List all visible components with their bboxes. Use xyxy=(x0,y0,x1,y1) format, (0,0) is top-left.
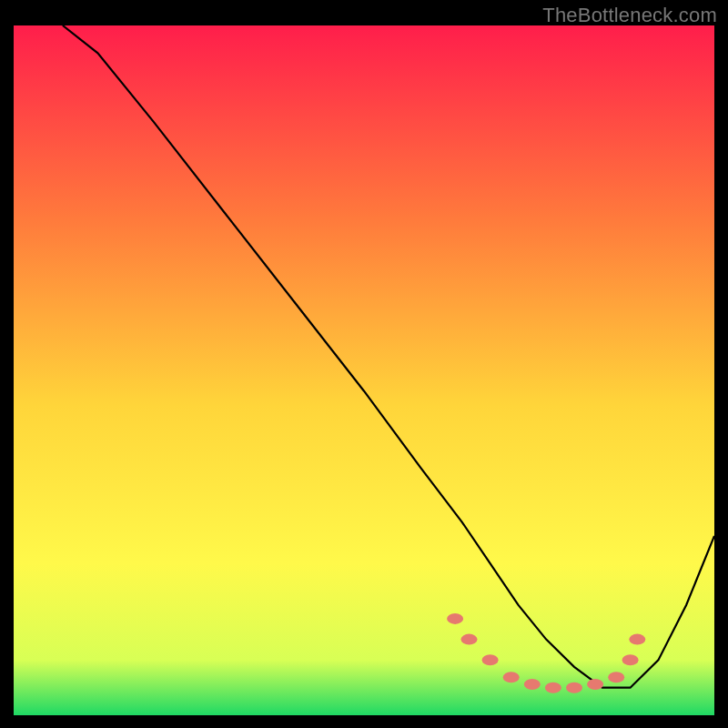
highlight-dot xyxy=(503,672,520,682)
highlight-dot xyxy=(587,679,603,690)
watermark-text: TheBottleneck.com xyxy=(542,4,717,27)
bottleneck-chart xyxy=(14,25,714,715)
highlight-dot xyxy=(461,634,478,645)
highlight-dot xyxy=(447,613,463,624)
highlight-dot xyxy=(524,679,541,690)
highlight-dot xyxy=(482,654,499,665)
highlight-dot xyxy=(566,682,582,693)
highlight-dot xyxy=(608,672,624,682)
highlight-dot xyxy=(629,634,645,645)
highlight-dot xyxy=(622,654,639,665)
chart-frame xyxy=(14,25,714,715)
highlight-dot xyxy=(545,682,561,693)
gradient-background xyxy=(14,25,714,715)
